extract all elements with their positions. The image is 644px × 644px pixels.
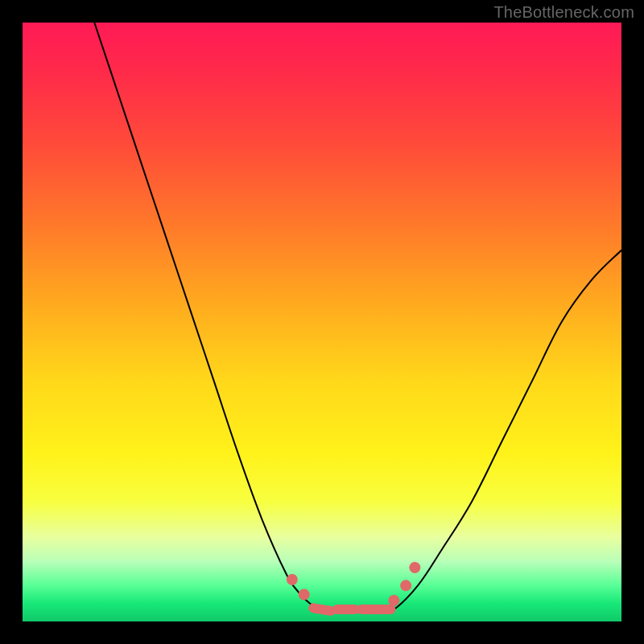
highlight-marker — [332, 605, 360, 614]
highlight-marker — [296, 587, 312, 603]
plot-area — [23, 23, 621, 621]
highlight-marker — [398, 578, 414, 594]
highlight-marker — [368, 605, 395, 614]
outer-frame: TheBottleneck.com — [0, 0, 644, 644]
watermark-text: TheBottleneck.com — [493, 3, 634, 22]
highlight-marker — [407, 559, 423, 576]
marker-group — [284, 559, 423, 617]
highlight-marker — [308, 602, 336, 616]
bottleneck-curve — [94, 23, 621, 612]
curve-path — [94, 23, 621, 612]
curve-layer — [23, 23, 621, 621]
